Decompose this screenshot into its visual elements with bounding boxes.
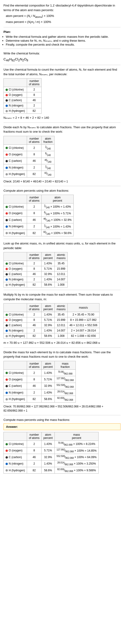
- atoms-cell: 2: [27, 223, 42, 230]
- element-dot: [5, 319, 8, 321]
- divider-7: [3, 290, 121, 290]
- element-name: C (carbon): [9, 324, 22, 327]
- element-name: C (carbon): [9, 272, 22, 276]
- percent-cell: 5.71%: [42, 376, 55, 383]
- fraction-cell: 127.992⁄862.068: [55, 376, 76, 383]
- element-name: H (hydrogen): [9, 398, 25, 401]
- percent-cell: 46⁄140 × 100% = 32.9%: [42, 217, 74, 223]
- table-row: O (oxygen)8: [4, 92, 42, 98]
- apct-cell: 58.6%: [42, 467, 55, 474]
- atoms-cell: 46: [27, 323, 42, 328]
- percent-cell: 32.9%: [42, 323, 55, 328]
- table-mass-percents: numberof atoms atompercent masspercent C…: [3, 432, 99, 474]
- element-cell: O (oxygen): [4, 92, 27, 98]
- element-cell: H (hydrogen): [4, 467, 27, 474]
- element-cell: N (nitrogen): [4, 328, 27, 333]
- element-dot: [5, 443, 8, 446]
- apct-cell: 1.43%: [42, 441, 55, 447]
- element-cell: O (oxygen): [4, 376, 27, 383]
- element-name: H (hydrogen): [9, 109, 25, 112]
- element-cell: C (carbon): [4, 383, 27, 389]
- col-element-3: [4, 195, 27, 204]
- element-cell: O (oxygen): [4, 317, 27, 323]
- element-name: O (oxygen): [9, 153, 22, 156]
- element-cell: N (nitrogen): [4, 460, 27, 467]
- element-name: N (nitrogen): [9, 329, 23, 332]
- element-name: N (nitrogen): [9, 278, 23, 281]
- element-cell: O (oxygen): [4, 447, 27, 454]
- table-row: Cl (chlorine)22⁄140: [4, 144, 54, 151]
- atomic-mass-title: Look up the atomic mass, mᵢ, in unified …: [3, 241, 121, 250]
- element-cell: Cl (chlorine): [4, 144, 27, 151]
- element-cell: H (hydrogen): [4, 230, 27, 236]
- divider-3: [3, 65, 121, 65]
- fraction-cell: 8⁄140: [42, 151, 54, 158]
- element-cell: Cl (chlorine): [4, 204, 27, 210]
- table1-title: Use the chemical formula to count the nu…: [3, 67, 121, 76]
- percent-cell: 1.43%: [42, 277, 55, 282]
- atoms-cell: 2: [27, 103, 42, 108]
- atoms-cell: 2: [27, 370, 42, 376]
- mass-cell: 15.999: [55, 266, 68, 272]
- atoms-cell: 82: [27, 282, 42, 288]
- mass-cell: 2 × 14.007 = 28.014: [67, 328, 99, 333]
- table-row: N (nitrogen)21.43%28.014⁄862.068 × 100% …: [4, 460, 99, 467]
- element-cell: N (nitrogen): [4, 103, 27, 108]
- element-name: Cl (chlorine): [9, 313, 24, 316]
- percent-cell: 82⁄140 × 100% = 58.6%: [42, 230, 74, 236]
- element-dot: [5, 330, 8, 332]
- col-percent-6: atompercent: [42, 361, 55, 370]
- element-dot: [5, 226, 8, 228]
- chemical-formula: C46H82Cl2N2O8: [3, 57, 121, 63]
- col-apct-7: atompercent: [42, 432, 55, 441]
- element-name: H (hydrogen): [9, 283, 25, 286]
- fraction-cell: 28.014⁄862.068: [55, 389, 76, 396]
- element-dot: [5, 268, 8, 270]
- element-cell: Cl (chlorine): [4, 87, 27, 92]
- fraction-cell: 70.90⁄862.068: [55, 370, 76, 376]
- divider-6: [3, 239, 121, 239]
- table-row: C (carbon)46: [4, 98, 42, 103]
- table-row: C (carbon)4646⁄140: [4, 158, 54, 164]
- col-atoms-7: numberof atoms: [27, 432, 42, 441]
- divider-8: [3, 348, 121, 348]
- element-cell: N (nitrogen): [4, 277, 27, 282]
- mpct-cell: 70.90⁄862.068 × 100% = 8.224%: [55, 441, 99, 447]
- element-name: O (oxygen): [9, 93, 22, 96]
- table-atom-percents: numberof atoms atompercent Cl (chlorine)…: [3, 195, 74, 236]
- mpct-cell: 28.014⁄862.068 × 100% = 3.250%: [55, 460, 99, 467]
- col-atoms-1: numberof atoms: [27, 78, 42, 87]
- plan-label: Plan:: [3, 30, 121, 34]
- intro-title: Find the elemental composition for 1,1′-…: [3, 3, 121, 12]
- atoms-cell: 82: [27, 396, 42, 402]
- col-mass-4: atomicmass/u: [55, 252, 68, 261]
- element-cell: H (hydrogen): [4, 171, 27, 177]
- element-dot: [5, 273, 8, 276]
- fraction-cell: 82.656⁄862.068: [55, 396, 76, 402]
- element-dot: [5, 94, 8, 96]
- percent-cell: 1.43%: [42, 370, 55, 376]
- element-name: Cl (chlorine): [9, 205, 24, 208]
- percent-cell: 1.43%: [42, 261, 55, 266]
- element-name: Cl (chlorine): [9, 262, 24, 265]
- col-atoms-3: numberof atoms: [27, 195, 42, 204]
- percent-cell: 32.9%: [42, 272, 55, 277]
- element-dot: [5, 456, 8, 458]
- col-element-7: [4, 432, 27, 441]
- atomic-cell: 35.45: [55, 312, 68, 317]
- element-name: H (hydrogen): [9, 334, 25, 338]
- mass-cell: 14.007: [55, 277, 68, 282]
- natoms-total: Nₐₜₒₘₛ = 2 + 8 + 46 + 2 + 82 = 140: [3, 116, 121, 120]
- table-row: Cl (chlorine)21.43%35.45: [4, 261, 68, 266]
- element-cell: H (hydrogen): [4, 333, 27, 339]
- element-dot: [5, 262, 8, 265]
- atomic-cell: 12.011: [55, 323, 68, 328]
- element-name: O (oxygen): [9, 449, 22, 452]
- divider-4: [3, 122, 121, 123]
- fraction-cell: 46⁄140: [42, 158, 54, 164]
- atoms-cell: 2: [27, 460, 42, 467]
- element-dot: [5, 173, 8, 176]
- table-row: Cl (chlorine)22⁄140 × 100% = 1.43%: [4, 204, 74, 210]
- element-name: H (hydrogen): [9, 172, 25, 176]
- element-dot: [5, 110, 8, 112]
